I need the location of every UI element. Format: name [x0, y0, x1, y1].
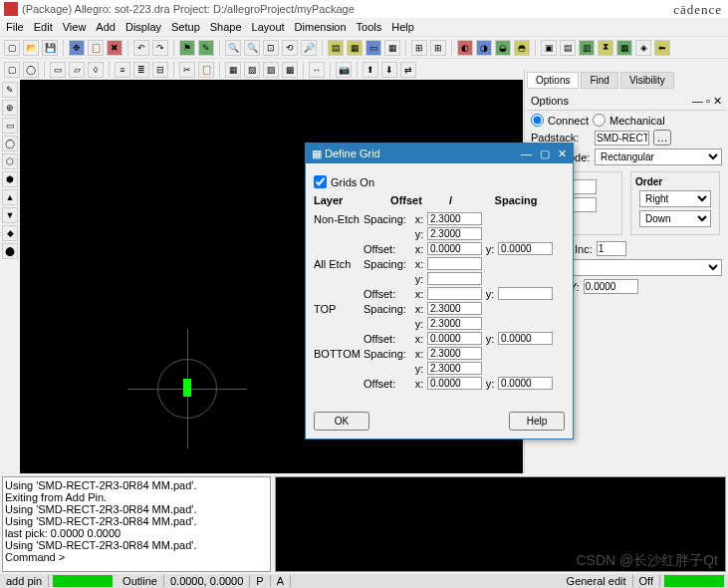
drc2-icon[interactable]: ◑ [476, 40, 492, 56]
vt5-icon[interactable]: ⬡ [2, 153, 18, 169]
padstack-browse-button[interactable]: … [653, 130, 671, 146]
report-icon[interactable]: ▭ [365, 40, 381, 56]
menu-help[interactable]: Help [391, 21, 414, 33]
offset-x-input[interactable] [427, 287, 482, 300]
menu-add[interactable]: Add [96, 21, 116, 33]
edit1-icon[interactable]: ✂ [179, 62, 195, 78]
offset-y-input[interactable] [498, 332, 553, 345]
offset-y-input[interactable] [498, 242, 553, 255]
comp4-icon[interactable]: ▩ [282, 62, 298, 78]
timer-icon[interactable]: ⧗ [598, 40, 613, 56]
drc4-icon[interactable]: ◓ [514, 40, 530, 56]
misc1-icon[interactable]: ▣ [541, 40, 557, 56]
mechanical-radio[interactable] [593, 114, 606, 127]
pin-icon[interactable]: ✎ [198, 40, 214, 56]
delete-icon[interactable]: ✖ [107, 40, 122, 56]
save-icon[interactable]: 💾 [42, 40, 58, 56]
vt8-icon[interactable]: ▼ [2, 207, 18, 223]
yoff-input[interactable] [584, 279, 638, 294]
offset-y-input[interactable] [498, 287, 553, 300]
vt6-icon[interactable]: ⬢ [2, 171, 18, 187]
menu-tools[interactable]: Tools [357, 21, 382, 33]
shape1-icon[interactable]: ▢ [4, 62, 20, 78]
menu-view[interactable]: View [63, 21, 87, 33]
vt4-icon[interactable]: ◯ [2, 136, 18, 151]
clip-icon[interactable]: 📋 [88, 40, 104, 56]
menu-layout[interactable]: Layout [252, 21, 285, 33]
vt9-icon[interactable]: ◆ [2, 225, 18, 241]
offset-x-input[interactable] [427, 377, 482, 390]
spacing-y-input[interactable] [427, 227, 482, 240]
comp1-icon[interactable]: ▦ [225, 62, 241, 78]
dialog-titlebar[interactable]: ▦ Define Grid — ▢ ✕ [306, 144, 573, 163]
zoom-icon[interactable]: 🔎 [301, 40, 317, 56]
new-icon[interactable]: ▢ [4, 40, 20, 56]
misc5-icon[interactable]: ◈ [635, 40, 651, 56]
minimize-icon[interactable]: — [521, 147, 532, 160]
open-icon[interactable]: 📂 [23, 40, 39, 56]
status-p[interactable]: P [250, 575, 270, 587]
shape4-icon[interactable]: ▱ [69, 62, 85, 78]
menu-display[interactable]: Display [125, 21, 161, 33]
dim-icon[interactable]: ↔ [309, 62, 325, 78]
comp2-icon[interactable]: ▧ [244, 62, 260, 78]
menu-setup[interactable]: Setup [171, 21, 200, 33]
menu-dimension[interactable]: Dimension [295, 21, 347, 33]
padstack-input[interactable] [595, 131, 649, 146]
export1-icon[interactable]: ⬆ [363, 62, 378, 78]
status-a[interactable]: A [271, 575, 291, 587]
vt2-icon[interactable]: ⊕ [2, 100, 18, 116]
misc2-icon[interactable]: ▤ [560, 40, 576, 56]
offset-x-input[interactable] [427, 332, 482, 345]
close-icon[interactable]: ✕ [558, 147, 567, 160]
command-panel[interactable]: Using 'SMD-RECT-2R3-0R84 MM.pad'.Exiting… [2, 476, 271, 572]
misc3-icon[interactable]: ▥ [579, 40, 595, 56]
order2-select[interactable]: Down [639, 210, 711, 227]
menu-file[interactable]: File [6, 21, 24, 33]
shape3-icon[interactable]: ▭ [50, 62, 66, 78]
align1-icon[interactable]: ≡ [115, 62, 130, 78]
vt10-icon[interactable]: ⬤ [2, 243, 18, 259]
shape2-icon[interactable]: ◯ [23, 62, 39, 78]
shape5-icon[interactable]: ◊ [88, 62, 104, 78]
tab-find[interactable]: Find [581, 72, 617, 89]
grid2-icon[interactable]: ⊞ [411, 40, 427, 56]
order1-select[interactable]: Right [639, 190, 711, 207]
tab-visibility[interactable]: Visibility [620, 72, 674, 89]
export3-icon[interactable]: ⇄ [400, 62, 416, 78]
spacing-x-input[interactable] [427, 212, 482, 225]
menu-edit[interactable]: Edit [34, 21, 53, 33]
grids-on-checkbox[interactable] [314, 175, 327, 188]
spacing-y-input[interactable] [427, 272, 482, 285]
undo-icon[interactable]: ↶ [133, 40, 149, 56]
tab-options[interactable]: Options [527, 72, 579, 89]
zoom-fit-icon[interactable]: ⊡ [263, 40, 279, 56]
maximize-icon[interactable]: ▢ [540, 147, 550, 160]
offset-x-input[interactable] [427, 242, 482, 255]
vt1-icon[interactable]: ✎ [2, 82, 18, 98]
spacing-y-input[interactable] [427, 317, 482, 330]
spacing-y-input[interactable] [427, 362, 482, 375]
spacing-x-input[interactable] [427, 257, 482, 270]
align3-icon[interactable]: ⊟ [152, 62, 168, 78]
exit-icon[interactable]: ⬅ [654, 40, 670, 56]
inc-input[interactable] [597, 241, 626, 256]
edit2-icon[interactable]: 📋 [198, 62, 214, 78]
nav-icon[interactable]: ✥ [69, 40, 85, 56]
vt3-icon[interactable]: ▭ [2, 118, 18, 134]
design-icon[interactable]: ▦ [384, 40, 400, 56]
vt7-icon[interactable]: ▲ [2, 189, 18, 205]
offset-y-input[interactable] [498, 377, 553, 390]
zoom-in-icon[interactable]: 🔍 [225, 40, 241, 56]
copymode-select[interactable]: Rectangular [595, 148, 722, 165]
zoom-out-icon[interactable]: 🔍 [244, 40, 260, 56]
cam-icon[interactable]: 📷 [336, 62, 352, 78]
drc1-icon[interactable]: ◐ [457, 40, 473, 56]
spacing-x-input[interactable] [427, 302, 482, 315]
misc4-icon[interactable]: ▦ [616, 40, 632, 56]
grid-icon[interactable]: ▦ [347, 40, 363, 56]
export2-icon[interactable]: ⬇ [381, 62, 397, 78]
ok-button[interactable]: OK [314, 412, 369, 431]
zoom-prev-icon[interactable]: ⟲ [282, 40, 298, 56]
layer-icon[interactable]: ▤ [328, 40, 344, 56]
